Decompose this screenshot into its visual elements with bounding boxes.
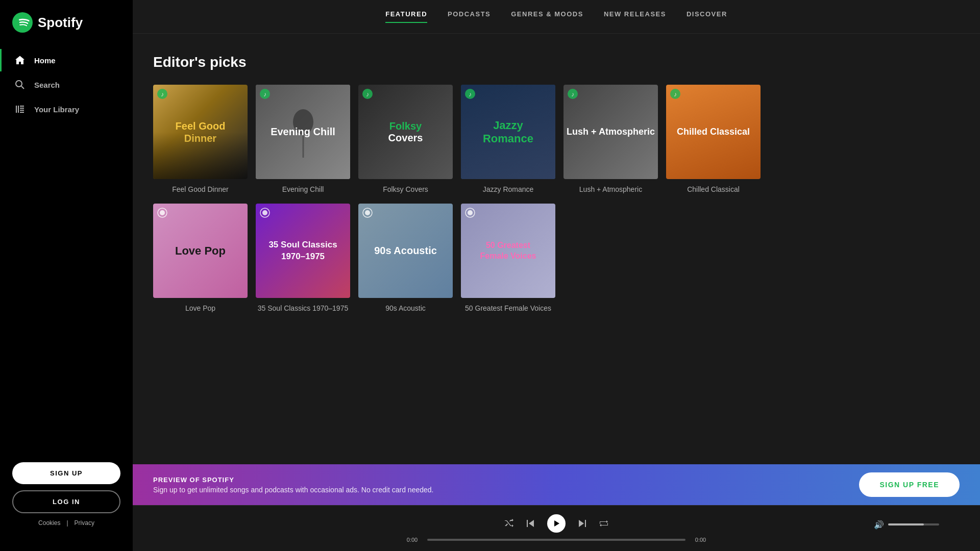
main-content: FEATURED PODCASTS GENRES & MOODS NEW REL… <box>133 0 980 551</box>
playlist-card-evening-chill[interactable]: Evening Chill ♪ Evening Chill <box>256 85 350 193</box>
home-icon <box>14 54 26 66</box>
time-current: 0:00 <box>403 537 421 543</box>
shuffle-icon <box>504 519 513 528</box>
spotify-badge-icon: ♪ <box>157 89 167 99</box>
search-icon <box>14 79 26 91</box>
privacy-link[interactable]: Privacy <box>75 519 94 527</box>
preview-subtitle: Sign up to get unlimited songs and podca… <box>153 486 433 494</box>
content-area: Editor's picks Feel GoodDinner ♪ Feel Go… <box>133 34 980 464</box>
spotify-badge-icon: ♪ <box>362 89 373 99</box>
card-image-jazzy-romance: Jazzy Romance ♪ <box>461 85 555 179</box>
card-image-love-pop: Love Pop <box>153 204 248 298</box>
evening-chill-text: Evening Chill <box>271 126 335 138</box>
tab-featured[interactable]: FEATURED <box>385 10 427 23</box>
signup-free-button[interactable]: SIGN UP FREE <box>859 472 960 497</box>
svg-rect-5 <box>20 106 24 107</box>
playlist-card-50-greatest-female[interactable]: 50 GreatestFemale Voices 50 Greatest Fem… <box>461 204 555 312</box>
preview-banner: PREVIEW OF SPOTIFY Sign up to get unlimi… <box>133 464 980 505</box>
playlist-card-love-pop[interactable]: Love Pop Love Pop <box>153 204 248 312</box>
playlist-card-90s-acoustic[interactable]: 90s Acoustic 90s Acoustic <box>358 204 453 312</box>
footer-links: Cookies | Privacy <box>38 519 94 527</box>
love-pop-text: Love Pop <box>175 244 226 258</box>
playlist-label-love-pop: Love Pop <box>185 304 215 312</box>
volume-bar[interactable] <box>888 523 939 525</box>
play-button[interactable] <box>547 514 566 533</box>
card-image-90s-acoustic: 90s Acoustic <box>358 204 453 298</box>
svg-rect-7 <box>20 110 24 111</box>
card-image-chilled-classical: Chilled Classical ♪ <box>666 85 761 179</box>
playlist-card-folksy-covers[interactable]: Folksy Covers ♪ Folksy Covers <box>358 85 453 193</box>
player-bar: 0:00 0:00 🔊 <box>133 505 980 551</box>
sidebar: Spotify Home Search Your Library <box>0 0 133 551</box>
card-image-50-greatest-female: 50 GreatestFemale Voices <box>461 204 555 298</box>
editors-picks-title: Editor's picks <box>153 54 960 70</box>
progress-bar[interactable] <box>427 539 685 541</box>
player-controls <box>504 514 608 533</box>
svg-rect-4 <box>18 106 19 113</box>
chilled-text: Chilled Classical <box>677 127 750 137</box>
playlist-label-feel-good-dinner: Feel Good Dinner <box>172 185 229 193</box>
sidebar-item-search-label: Search <box>34 81 60 89</box>
volume-row: 🔊 <box>874 520 939 530</box>
playlist-card-35-soul-classics[interactable]: 35 Soul Classics1970–1975 35 Soul Classi… <box>256 204 350 312</box>
tab-discover[interactable]: DISCOVER <box>687 10 727 23</box>
tab-new-releases[interactable]: NEW RELEASES <box>604 10 666 23</box>
sidebar-logo: Spotify <box>0 12 133 49</box>
card-image-feel-good-dinner: Feel GoodDinner ♪ <box>153 85 248 179</box>
repeat-button[interactable] <box>599 519 608 528</box>
spotify-badge-icon <box>157 208 167 218</box>
soul-classics-text: 35 Soul Classics1970–1975 <box>268 239 337 262</box>
svg-text:♪: ♪ <box>469 91 472 98</box>
volume-icon: 🔊 <box>874 520 884 530</box>
spotify-badge-icon: ♪ <box>568 89 578 99</box>
svg-line-2 <box>21 86 24 89</box>
svg-marker-31 <box>554 520 559 527</box>
playlist-label-folksy-covers: Folksy Covers <box>383 185 428 193</box>
svg-text:♪: ♪ <box>674 91 677 98</box>
next-button[interactable] <box>578 519 587 528</box>
login-button[interactable]: LOG IN <box>12 490 120 513</box>
acoustic-text: 90s Acoustic <box>374 245 437 257</box>
svg-point-1 <box>16 81 22 87</box>
shuffle-button[interactable] <box>504 519 513 528</box>
play-icon <box>553 520 560 527</box>
previous-button[interactable] <box>526 519 535 528</box>
spotify-badge-icon <box>465 208 475 218</box>
repeat-icon <box>599 519 608 528</box>
svg-point-28 <box>365 210 370 215</box>
sidebar-item-home[interactable]: Home <box>0 49 133 71</box>
playlist-card-feel-good-dinner[interactable]: Feel GoodDinner ♪ Feel Good Dinner <box>153 85 248 193</box>
volume-fill <box>888 523 924 525</box>
svg-text:♪: ♪ <box>263 91 266 98</box>
previous-icon <box>526 519 535 528</box>
sidebar-item-library[interactable]: Your Library <box>0 98 133 120</box>
female-voices-text: 50 GreatestFemale Voices <box>480 240 536 262</box>
spotify-badge-icon: ♪ <box>260 89 270 99</box>
card-image-folksy-covers: Folksy Covers ♪ <box>358 85 453 179</box>
card-image-35-soul-classics: 35 Soul Classics1970–1975 <box>256 204 350 298</box>
footer-divider: | <box>66 519 68 527</box>
sidebar-auth: SIGN UP LOG IN Cookies | Privacy <box>0 450 133 539</box>
player-wrapper: 0:00 0:00 🔊 <box>153 514 960 543</box>
cookies-link[interactable]: Cookies <box>38 519 60 527</box>
spotify-badge-icon <box>362 208 373 218</box>
tab-podcasts[interactable]: PODCASTS <box>448 10 491 23</box>
tab-genres-moods[interactable]: GENRES & MOODS <box>511 10 583 23</box>
playlist-label-lush-atmospheric: Lush + Atmospheric <box>579 185 642 193</box>
svg-text:♪: ♪ <box>366 91 369 98</box>
playlist-label-90s-acoustic: 90s Acoustic <box>385 304 426 312</box>
playlist-card-chilled-classical[interactable]: Chilled Classical ♪ Chilled Classical <box>666 85 761 193</box>
next-icon <box>578 519 587 528</box>
top-navigation: FEATURED PODCASTS GENRES & MOODS NEW REL… <box>133 0 980 34</box>
preview-text: PREVIEW OF SPOTIFY Sign up to get unlimi… <box>153 476 433 494</box>
time-total: 0:00 <box>692 537 709 543</box>
playlist-card-lush-atmospheric[interactable]: Lush + Atmospheric ♪ Lush + Atmospheric <box>564 85 658 193</box>
jazzy-text: Jazzy Romance <box>483 119 533 145</box>
sidebar-item-search[interactable]: Search <box>0 73 133 96</box>
preview-title: PREVIEW OF SPOTIFY <box>153 476 433 484</box>
playlist-card-jazzy-romance[interactable]: Jazzy Romance ♪ Jazzy Romance <box>461 85 555 193</box>
signup-button[interactable]: SIGN UP <box>12 462 120 484</box>
svg-point-26 <box>262 210 267 215</box>
sidebar-navigation: Home Search Your Library <box>0 49 133 133</box>
spotify-badge-icon: ♪ <box>670 89 680 99</box>
